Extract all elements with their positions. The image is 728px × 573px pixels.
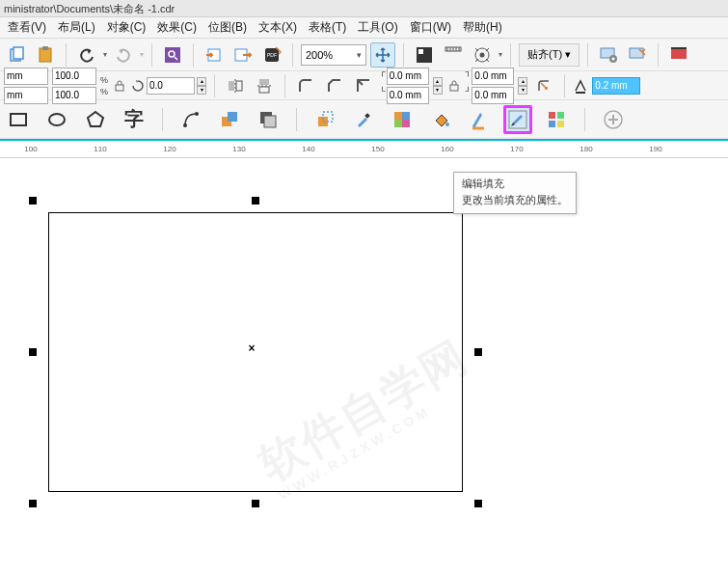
handle-bottom-center[interactable]	[252, 500, 259, 507]
ruler-label: 190	[649, 145, 661, 153]
eyedropper-button[interactable]	[349, 105, 378, 134]
fullscreen-button[interactable]	[412, 42, 437, 68]
menu-effect[interactable]: 效果(C)	[151, 19, 202, 36]
shape-align-button[interactable]	[215, 105, 244, 134]
corner-bl-icon: └	[380, 87, 386, 104]
center-marker-icon: ×	[248, 341, 255, 355]
copy-button[interactable]	[4, 42, 29, 68]
svg-point-20	[480, 52, 485, 57]
edit-fill-button[interactable]	[503, 105, 532, 134]
svg-rect-62	[557, 121, 564, 127]
undo-button[interactable]	[74, 42, 99, 68]
svg-rect-61	[549, 121, 555, 127]
launch-button[interactable]	[625, 42, 650, 68]
add-button[interactable]	[599, 105, 628, 134]
menu-tool[interactable]: 工具(O)	[352, 19, 403, 36]
handle-bottom-left[interactable]	[29, 500, 37, 507]
transform-button[interactable]	[310, 105, 339, 134]
ruler-label: 160	[441, 145, 453, 153]
node-tool-button[interactable]	[176, 105, 205, 134]
y-field[interactable]: mm	[4, 87, 48, 104]
width-field[interactable]: 100.0	[52, 68, 96, 85]
presentation-button[interactable]	[666, 42, 691, 68]
mirror-h-button[interactable]	[223, 73, 248, 98]
corner-br-field[interactable]: 0.0 mm	[472, 87, 514, 104]
menu-layout[interactable]: 布局(L)	[52, 19, 101, 36]
corner-bl-field[interactable]: 0.0 mm	[387, 87, 429, 104]
menu-help[interactable]: 帮助(H)	[457, 19, 508, 36]
handle-top-center[interactable]	[252, 197, 259, 205]
polygon-tool-button[interactable]	[81, 105, 110, 134]
redo-button[interactable]	[111, 42, 136, 68]
corner-down-1[interactable]: ▾	[433, 86, 443, 95]
rectangle-tool-button[interactable]	[4, 105, 33, 134]
corner-down-2[interactable]: ▾	[518, 86, 527, 95]
svg-rect-12	[418, 49, 423, 54]
handle-bottom-right[interactable]	[474, 500, 482, 507]
corner-round-button[interactable]	[293, 73, 318, 98]
relative-corner-button[interactable]	[531, 73, 556, 98]
ruler-label: 180	[580, 145, 592, 153]
publish-pdf-button[interactable]: PDF	[259, 42, 284, 68]
height-field[interactable]: 100.0	[52, 87, 96, 104]
paint-bucket-button[interactable]	[426, 105, 455, 134]
svg-rect-4	[165, 47, 180, 63]
svg-rect-35	[259, 79, 269, 85]
menu-bitmap[interactable]: 位图(B)	[202, 19, 253, 36]
horizontal-ruler: 100110120130140150160170180190	[0, 139, 728, 158]
corner-chamfer-button[interactable]	[351, 73, 376, 98]
options-button[interactable]	[596, 42, 621, 68]
svg-rect-55	[402, 120, 410, 127]
menu-text[interactable]: 文本(X)	[253, 19, 303, 36]
text-tool-button[interactable]: 字	[120, 105, 148, 134]
shape-order-button[interactable]	[254, 105, 283, 134]
canvas-area[interactable]: 软件自学网WWW.RJZXW.COM ×	[0, 158, 728, 573]
corner-scallop-button[interactable]	[322, 73, 347, 98]
fill-swatch-button[interactable]	[388, 105, 417, 134]
selected-rectangle[interactable]	[48, 212, 463, 492]
grid-dropdown-icon[interactable]: ▾	[499, 50, 502, 59]
menu-window[interactable]: 窗口(W)	[404, 19, 457, 36]
outline-pen-icon	[573, 78, 588, 94]
ellipse-tool-button[interactable]	[42, 105, 71, 134]
export-button[interactable]	[230, 42, 256, 68]
handle-middle-right[interactable]	[474, 348, 482, 356]
angle-up[interactable]: ▴	[197, 77, 206, 86]
paste-button[interactable]	[33, 42, 58, 68]
corner-tr-field[interactable]: 0.0 mm	[472, 68, 514, 85]
undo-dropdown-icon[interactable]: ▾	[103, 50, 107, 59]
import-button[interactable]	[202, 42, 227, 68]
corner-tr-icon: ┐	[466, 68, 472, 85]
lock-ratio-button[interactable]	[112, 78, 127, 94]
handle-middle-left[interactable]	[29, 348, 37, 356]
menu-table[interactable]: 表格(T)	[303, 19, 352, 36]
angle-field[interactable]: 0.0	[147, 77, 195, 95]
corner-up-1[interactable]: ▴	[433, 77, 443, 86]
x-field[interactable]: mm	[4, 68, 48, 85]
angle-down[interactable]: ▾	[197, 86, 206, 95]
svg-rect-28	[630, 48, 643, 58]
search-button[interactable]	[160, 42, 185, 68]
handle-top-left[interactable]	[29, 197, 37, 205]
zoom-combobox[interactable]: 200%	[301, 44, 366, 66]
snap-button[interactable]: 贴齐(T) ▾	[519, 43, 580, 67]
svg-rect-53	[402, 112, 410, 120]
show-grid-button[interactable]	[470, 42, 495, 68]
corner-tl-field[interactable]: 0.0 mm	[387, 68, 429, 85]
menu-view[interactable]: 查看(V)	[2, 19, 52, 36]
corner-up-2[interactable]: ▴	[518, 77, 527, 86]
ruler-label: 170	[510, 145, 523, 153]
svg-rect-33	[236, 81, 242, 91]
menu-object[interactable]: 对象(C)	[101, 19, 152, 36]
mirror-v-button[interactable]	[252, 73, 277, 98]
ruler-label: 110	[94, 145, 106, 153]
svg-rect-2	[40, 48, 51, 62]
outline-width-field[interactable]: 0.2 mm	[592, 77, 640, 95]
outline-color-button[interactable]	[465, 105, 494, 134]
lock-corners-button[interactable]	[446, 78, 462, 94]
percent-label-1: %	[100, 75, 108, 85]
show-rulers-button[interactable]	[441, 42, 466, 68]
pattern-fill-button[interactable]	[542, 105, 571, 134]
main-toolbar: ▾ ▾ PDF 200% ▾ 贴齐(T) ▾	[0, 39, 728, 71]
pan-button[interactable]	[370, 42, 395, 68]
